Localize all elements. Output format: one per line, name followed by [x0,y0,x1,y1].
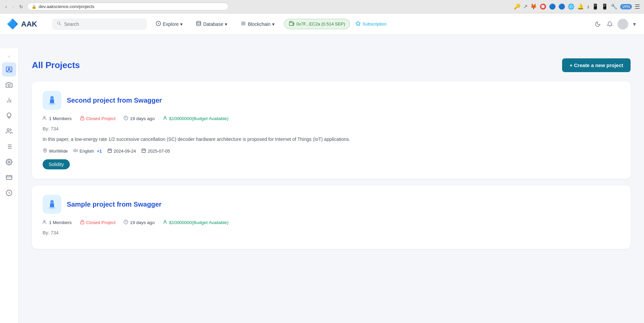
firefox-icon: 🦊 [530,3,537,10]
explore-icon [156,21,161,27]
svg-point-28 [44,116,45,118]
project-desc: In this paper, a low-energy rate 1/2 suc… [43,136,620,143]
svg-point-1 [197,21,201,22]
project-by-2: By: 734 [43,230,620,235]
ext3-icon: 🔔 [577,3,584,10]
project-avatar [43,91,61,110]
lock-icon [80,116,85,121]
svg-point-31 [164,116,166,118]
svg-rect-43 [50,203,54,207]
sidebar-item-camera[interactable] [2,78,16,92]
explore-label: Explore [163,21,179,27]
browser-icons-right: 🔑 ↗ 🦊 ⭕ 🔵 🔵 🌐 🔔 ♪ 📱 📱 🔧 VPN ☰ [514,3,640,10]
clock-icon [123,116,128,121]
reload-button[interactable]: ↻ [18,3,24,10]
project-card-header-2: Sample project from Swagger [43,195,620,214]
svg-rect-5 [289,22,294,25]
sidebar-toggle[interactable]: › [6,52,12,61]
ext1-icon: 🔵 [549,3,556,10]
members-count: 1 Members [49,116,72,121]
sidebar-item-lightbulb[interactable] [2,109,16,123]
status-meta-2: Closed Project [80,220,116,225]
sidebar-item-contacts[interactable] [2,62,16,76]
dark-mode-button[interactable] [593,20,602,29]
skill-badges: Solidity [43,159,620,169]
project-card-2: Sample project from Swagger 1 Members Cl… [32,185,631,249]
share-icon[interactable]: ↗ [523,3,528,10]
project-tags-row: WorlWide English +1 2024-09-24 [43,148,620,154]
end-date-icon [141,148,146,154]
translate-icon: 🔵 [558,3,565,10]
sidebar-item-users[interactable] [2,124,16,138]
lock-icon: 🔒 [32,4,37,9]
start-date-icon [107,148,112,154]
sidebar-item-chart[interactable] [2,93,16,107]
sidebar-item-id[interactable] [2,170,16,184]
subscription-icon [355,21,361,27]
database-label: Database [203,21,223,27]
project-name-2[interactable]: Sample project from Swagger [67,201,161,208]
search-bar[interactable] [52,19,146,30]
budget-meta: $10000000(Budget Available) [163,116,229,121]
svg-rect-20 [6,175,12,179]
create-project-button[interactable]: + Create a new project [562,58,631,72]
ext6-icon: 📱 [601,3,608,10]
explore-button[interactable]: Explore ▾ [152,19,187,29]
page-header: All Projects + Create a new project [32,58,631,72]
budget-amount-2: $10000000(Budget Available) [169,220,229,225]
avatar[interactable] [617,19,628,30]
project-status: Closed Project [86,116,116,121]
avatar-dropdown-button[interactable]: ▾ [632,19,637,29]
wallet-address: 0x7F...EC2a (0.514 SEP) [296,21,345,26]
forward-button[interactable]: › [11,3,15,10]
blockchain-label: Blockchain [248,21,270,27]
blockchain-icon [241,21,246,27]
blockchain-button[interactable]: Blockchain ▾ [237,19,279,29]
svg-point-12 [7,129,9,131]
explore-chevron: ▾ [180,21,183,27]
time-ago: 19 days ago [130,116,155,121]
database-button[interactable]: Database ▾ [192,19,231,29]
bookmark-icon[interactable]: 🔑 [514,3,521,10]
clock-icon-2 [123,220,128,225]
start-date: 2024-09-24 [114,149,136,154]
logo[interactable]: 🔷 AAK [7,18,47,30]
app-layout: 🔷 AAK Explore ▾ [0,13,644,323]
location-icon [43,148,47,154]
svg-point-27 [52,97,53,98]
budget-meta-2: $10000000(Budget Available) [163,220,229,225]
back-button[interactable]: ‹ [4,3,8,10]
members-icon-2 [43,220,47,225]
sidebar-item-list[interactable] [2,140,16,154]
members-icon [43,116,47,121]
sidebar-item-lock[interactable] [2,186,16,200]
address-bar[interactable]: 🔒 dev.aakscience.com/projects [27,3,229,10]
svg-marker-33 [73,149,75,152]
hamburger-icon[interactable]: ☰ [635,3,640,10]
start-date-tag: 2024-09-24 [107,148,136,154]
wallet-icon [289,21,294,27]
main-content: All Projects + Create a new project [18,48,644,323]
page-title: All Projects [32,60,80,70]
sidebar-item-settings[interactable] [2,155,16,169]
svg-point-19 [8,161,10,163]
budget-icon-2 [163,220,167,225]
subscription-button[interactable]: Subscription [355,21,387,27]
database-icon [196,21,201,27]
members-meta-2: 1 Members [43,220,72,225]
subscription-label: Subscription [362,21,387,26]
opera-icon: ⭕ [540,3,546,10]
end-date-tag: 2025-07-05 [141,148,170,154]
svg-point-7 [8,68,10,70]
skill-badge-solidity[interactable]: Solidity [43,159,70,169]
search-icon [57,21,61,27]
search-input[interactable] [64,21,125,27]
svg-rect-29 [80,118,84,120]
language-tag: English +1 [73,148,102,154]
left-sidebar: › [0,48,18,323]
notification-button[interactable] [605,20,614,29]
project-name[interactable]: Second project from Swagger [67,97,162,104]
ext7-icon: 🔧 [611,3,617,10]
wallet-badge[interactable]: 0x7F...EC2a (0.514 SEP) [284,19,350,29]
svg-rect-24 [50,99,54,103]
